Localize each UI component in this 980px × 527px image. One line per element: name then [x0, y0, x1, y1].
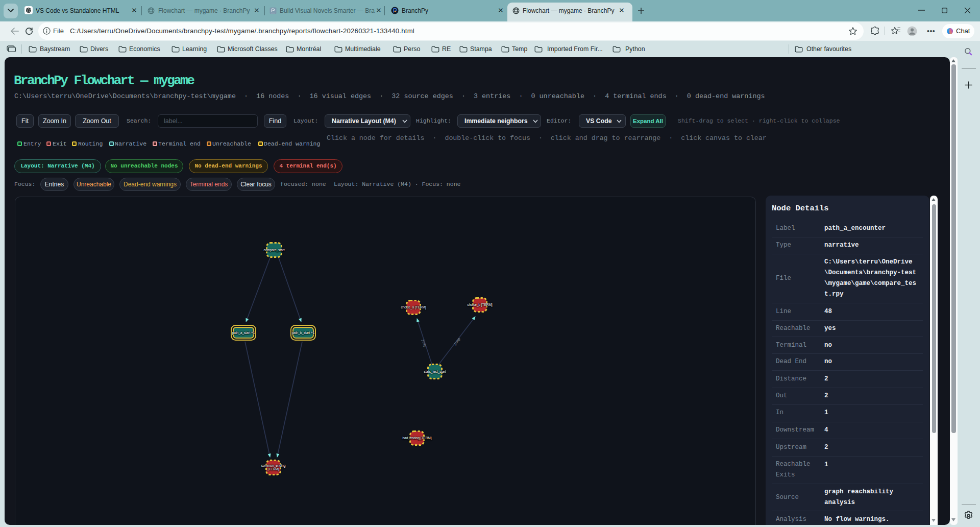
svg-text:jump: jump: [453, 337, 461, 346]
svg-text:jump: jump: [421, 339, 427, 348]
